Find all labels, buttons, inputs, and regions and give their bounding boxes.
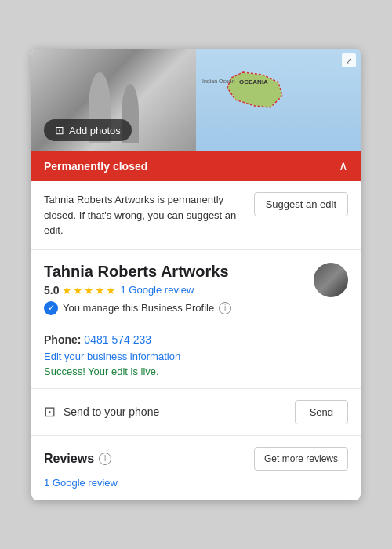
review-link[interactable]: 1 Google review	[120, 284, 194, 296]
manage-info-icon[interactable]: i	[219, 302, 231, 314]
add-photos-button[interactable]: ⊡ Add photos	[44, 119, 132, 141]
reviews-title-row: Reviews i	[44, 452, 111, 466]
add-photos-label: Add photos	[69, 125, 121, 136]
photo-map[interactable]: Indian Ocean OCEANIA ⤢	[196, 49, 361, 151]
camera-icon: ⊡	[55, 124, 64, 136]
phone-section: Phone: 0481 574 233 Edit your business i…	[31, 322, 361, 389]
business-name: Tahnia Roberts Artworks	[44, 263, 314, 281]
closed-banner[interactable]: Permanently closed ∧	[31, 151, 361, 181]
closed-info-section: Tahnia Roberts Artworks is permanently c…	[31, 181, 361, 250]
map-ocean-label: Indian Ocean	[202, 78, 235, 85]
map-background: Indian Ocean OCEANIA ⤢	[196, 49, 361, 151]
map-expand-icon[interactable]: ⤢	[342, 53, 356, 67]
success-message: Success! Your edit is live.	[44, 365, 348, 377]
phone-label: Phone:	[44, 333, 81, 346]
closed-banner-text: Permanently closed	[44, 160, 147, 173]
business-info-section: Tahnia Roberts Artworks 5.0 ★★★★★ 1 Goog…	[31, 250, 361, 322]
avatar	[314, 263, 348, 297]
reviews-header: Reviews i Get more reviews	[44, 447, 348, 471]
edit-business-link[interactable]: Edit your business information	[44, 351, 348, 362]
photo-section: Indian Ocean OCEANIA ⤢ ⊡ Add photos	[31, 49, 361, 151]
stars-display: ★★★★★	[62, 284, 117, 296]
svg-marker-0	[227, 72, 282, 107]
rating-row: 5.0 ★★★★★ 1 Google review	[44, 284, 314, 296]
chevron-up-icon: ∧	[339, 158, 348, 173]
map-oceania-svg	[220, 68, 290, 111]
phone-text: Phone: 0481 574 233	[44, 333, 348, 346]
reviews-section: Reviews i Get more reviews 1 Google revi…	[31, 436, 361, 500]
send-phone-icon: ⊡	[44, 403, 56, 420]
verified-icon: ✓	[44, 301, 58, 315]
closed-info-text: Tahnia Roberts Artworks is permanently c…	[44, 192, 245, 238]
rating-number: 5.0	[44, 284, 59, 296]
review-count-link[interactable]: 1 Google review	[44, 477, 118, 489]
suggest-edit-button[interactable]: Suggest an edit	[254, 192, 348, 216]
reviews-info-icon[interactable]: i	[99, 453, 111, 465]
business-card: Indian Ocean OCEANIA ⤢ ⊡ Add photos Perm…	[31, 49, 361, 500]
phone-number: 0481 574 233	[84, 333, 151, 346]
business-details: Tahnia Roberts Artworks 5.0 ★★★★★ 1 Goog…	[44, 263, 314, 315]
manage-row: ✓ You manage this Business Profile i	[44, 301, 314, 315]
manage-text: You manage this Business Profile	[63, 302, 214, 314]
send-button[interactable]: Send	[295, 400, 348, 424]
send-left: ⊡ Send to your phone	[44, 403, 159, 420]
reviews-title: Reviews	[44, 452, 94, 466]
send-text: Send to your phone	[64, 405, 159, 418]
map-oceania-label: OCEANIA	[239, 78, 268, 85]
send-to-phone-section: ⊡ Send to your phone Send	[31, 389, 361, 436]
get-more-reviews-button[interactable]: Get more reviews	[254, 447, 348, 471]
